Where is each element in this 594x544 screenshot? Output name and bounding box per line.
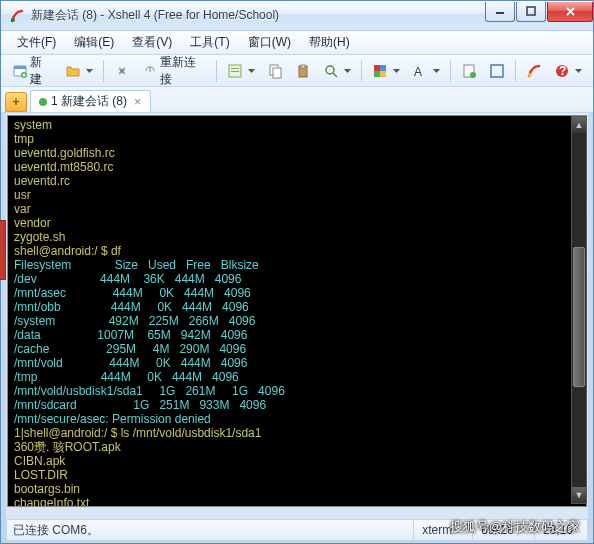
svg-rect-2 <box>527 7 535 15</box>
status-size: 69x28 <box>472 520 522 540</box>
scroll-thumb[interactable] <box>573 247 585 387</box>
find-button[interactable] <box>318 59 356 83</box>
chevron-down-icon <box>575 69 582 73</box>
xftp-button[interactable] <box>521 59 547 83</box>
minimize-button[interactable] <box>485 2 515 22</box>
tab-label: 1 新建会话 (8) <box>51 93 127 110</box>
app-window: 新建会话 (8) - Xshell 4 (Free for Home/Schoo… <box>0 0 594 544</box>
tabbar: + 1 新建会话 (8) × <box>1 87 593 113</box>
svg-rect-15 <box>374 65 380 71</box>
app-icon <box>9 8 25 24</box>
scroll-down-icon[interactable]: ▼ <box>572 487 586 503</box>
svg-point-6 <box>120 69 124 73</box>
svg-point-14 <box>326 66 334 74</box>
toolbar: 新建 重新连接 A ? <box>1 55 593 87</box>
paste-button[interactable] <box>290 59 316 83</box>
maximize-button[interactable] <box>516 2 546 22</box>
svg-rect-16 <box>380 65 386 71</box>
svg-point-21 <box>470 72 476 78</box>
svg-rect-17 <box>374 71 380 77</box>
accent-strip <box>0 220 6 280</box>
svg-rect-18 <box>380 71 386 77</box>
chevron-down-icon <box>344 69 351 73</box>
font-button[interactable]: A <box>407 59 445 83</box>
svg-rect-13 <box>301 65 305 68</box>
scrollbar[interactable]: ▲ ▼ <box>571 116 587 504</box>
terminal-output[interactable]: systemtmpueventd.goldfish.rcueventd.mt85… <box>7 115 587 507</box>
open-button[interactable] <box>60 59 98 83</box>
scroll-up-icon[interactable]: ▲ <box>572 117 586 133</box>
menu-file[interactable]: 文件(F) <box>9 31 64 54</box>
color-button[interactable] <box>367 59 405 83</box>
svg-rect-9 <box>231 71 239 72</box>
svg-point-23 <box>528 73 532 77</box>
menu-edit[interactable]: 编辑(E) <box>66 31 122 54</box>
chevron-down-icon <box>393 69 400 73</box>
svg-rect-4 <box>14 66 26 69</box>
svg-text:A: A <box>414 65 422 79</box>
new-label: 新建 <box>30 54 53 88</box>
status-term: xterm <box>413 520 460 540</box>
help-button[interactable]: ? <box>549 59 587 83</box>
svg-point-0 <box>11 18 15 22</box>
script-button[interactable] <box>456 59 482 83</box>
status-connection: 已连接 COM6。 <box>13 522 99 539</box>
reconnect-label: 重新连接 <box>160 54 206 88</box>
disconnect-button[interactable]: 重新连接 <box>137 59 211 83</box>
menu-window[interactable]: 窗口(W) <box>240 31 299 54</box>
close-tab-icon[interactable]: × <box>131 95 144 109</box>
titlebar[interactable]: 新建会话 (8) - Xshell 4 (Free for Home/Schoo… <box>1 1 593 31</box>
svg-text:?: ? <box>559 64 566 78</box>
fullscreen-button[interactable] <box>484 59 510 83</box>
menubar: 文件(F) 编辑(E) 查看(V) 工具(T) 窗口(W) 帮助(H) <box>1 31 593 55</box>
close-button[interactable] <box>547 2 593 22</box>
new-tab-button[interactable]: + <box>5 92 27 112</box>
session-tab[interactable]: 1 新建会话 (8) × <box>30 90 151 112</box>
status-dot-icon <box>39 98 47 106</box>
chevron-down-icon <box>86 69 93 73</box>
svg-rect-1 <box>496 12 504 14</box>
chevron-down-icon <box>248 69 255 73</box>
svg-rect-8 <box>231 68 239 69</box>
statusbar: 已连接 COM6。 xterm 69x28 28,10 <box>6 519 588 541</box>
menu-help[interactable]: 帮助(H) <box>301 31 358 54</box>
svg-rect-22 <box>491 65 503 77</box>
copy-button[interactable] <box>262 59 288 83</box>
window-title: 新建会话 (8) - Xshell 4 (Free for Home/Schoo… <box>31 7 484 24</box>
svg-rect-11 <box>273 68 281 78</box>
properties-button[interactable] <box>222 59 260 83</box>
menu-tools[interactable]: 工具(T) <box>182 31 237 54</box>
chevron-down-icon <box>433 69 440 73</box>
status-pos: 28,10 <box>534 520 581 540</box>
menu-view[interactable]: 查看(V) <box>124 31 180 54</box>
new-session-button[interactable]: 新建 <box>7 59 58 83</box>
reconnect-button[interactable] <box>109 59 135 83</box>
